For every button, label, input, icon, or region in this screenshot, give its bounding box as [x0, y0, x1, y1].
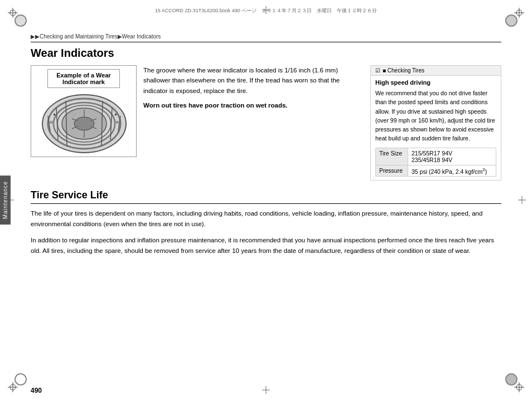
svg-text:▲: ▲ — [114, 112, 118, 116]
service-life-p2: In addition to regular inspections and i… — [31, 235, 501, 256]
table-row-pressure: Pressure 35 psi (240 kPa, 2.4 kgf/cm2) — [376, 165, 496, 177]
deco-circle-tl — [14, 14, 27, 27]
deco-circle-bl — [14, 373, 27, 386]
pressure-label: Pressure — [376, 165, 408, 177]
crosshair-bottom — [262, 386, 270, 394]
service-life-p1: The life of your tires is dependent on m… — [31, 208, 501, 230]
service-life-section: Tire Service Life The life of your tires… — [31, 189, 501, 256]
tire-size-label: Tire Size — [376, 148, 408, 165]
wear-indicators-heading: Wear Indicators — [31, 47, 501, 60]
wear-indicator-section: Example of a Wear Indicator mark — [31, 65, 501, 181]
wear-description: The groove where the wear indicator is l… — [143, 65, 364, 181]
deco-circle-tr — [505, 14, 518, 27]
checking-tires-box: ☑ ■ Checking Tires High speed driving We… — [370, 65, 501, 181]
checking-tires-body: High speed driving We recommend that you… — [371, 76, 501, 180]
tire-size-table: Tire Size 215/55R17 94V235/45R18 94V Pre… — [375, 148, 496, 177]
pressure-value: 35 psi (240 kPa, 2.4 kgf/cm2) — [408, 165, 496, 177]
wear-image-box: Example of a Wear Indicator mark — [31, 65, 137, 157]
breadcrumb: ▶▶Checking and Maintaining Tires▶Wear In… — [31, 33, 501, 42]
side-tab: Maintenance — [0, 175, 11, 225]
svg-text:▲: ▲ — [52, 112, 56, 116]
table-row-tire-size: Tire Size 215/55R17 94V235/45R18 94V — [376, 148, 496, 165]
page-number: 490 — [31, 387, 42, 394]
tire-illustration: ▲ ▲ — [37, 91, 130, 154]
crosshair-right — [518, 196, 526, 204]
checking-tires-title: High speed driving — [375, 79, 496, 86]
main-content: ▶▶Checking and Maintaining Tires▶Wear In… — [31, 33, 501, 375]
svg-rect-33 — [115, 121, 119, 124]
check-icon: ☑ — [375, 67, 380, 74]
checking-tires-text: We recommend that you do not drive faste… — [375, 89, 496, 143]
checking-tires-header: ☑ ■ Checking Tires — [371, 66, 501, 76]
service-life-heading: Tire Service Life — [31, 189, 501, 204]
svg-rect-32 — [49, 121, 54, 124]
checking-tires-header-text: ■ Checking Tires — [383, 67, 424, 74]
tire-size-value: 215/55R17 94V235/45R18 94V — [408, 148, 496, 165]
print-info: 15 ACCORD 2D-31T3L6200.book 490 ページ ２０１４… — [33, 7, 499, 14]
wear-description-p1: The groove where the wear indicator is l… — [143, 65, 364, 96]
deco-circle-br — [505, 373, 518, 386]
svg-point-22 — [74, 117, 94, 130]
wear-description-p2: Worn out tires have poor traction on wet… — [143, 100, 364, 110]
wear-image-label: Example of a Wear Indicator mark — [47, 69, 120, 88]
